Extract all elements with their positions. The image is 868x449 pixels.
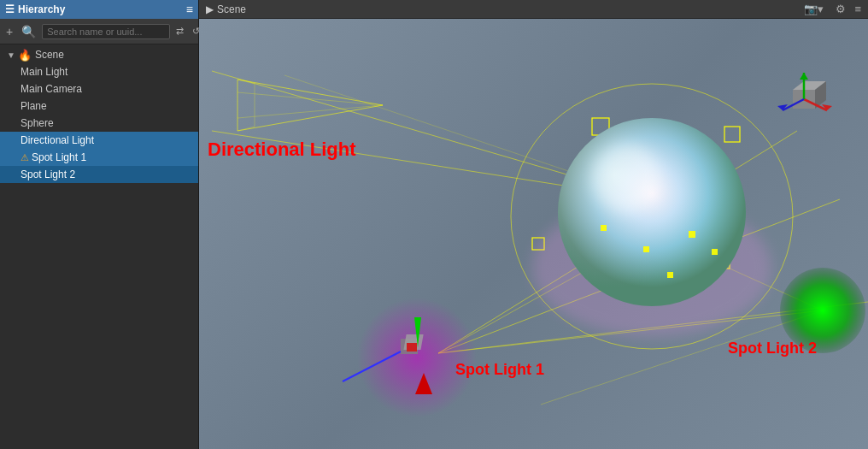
- directional-light-label: Directional Light: [208, 139, 356, 161]
- tree-item-main-camera[interactable]: Main Camera: [0, 80, 198, 97]
- search-icon-btn[interactable]: 🔍: [19, 24, 38, 39]
- svg-line-6: [238, 80, 255, 84]
- hierarchy-toolbar: + 🔍 ⇄ ↺: [0, 19, 198, 44]
- menu-icon: ≡: [854, 3, 861, 15]
- scene-viewport[interactable]: Directional Light Spot Light 1 Spot Ligh…: [199, 19, 868, 449]
- scene-title: ▶ Scene: [206, 3, 246, 15]
- svg-line-1: [238, 105, 383, 131]
- svg-point-31: [558, 118, 746, 306]
- svg-rect-21: [724, 127, 740, 142]
- scene-gizmo: [774, 66, 834, 126]
- hierarchy-panel: ☰ Hierarchy ≡ + 🔍 ⇄ ↺ ▼ 🔥 Scene Main Lig…: [0, 0, 199, 449]
- tree-item-main-light[interactable]: Main Light: [0, 63, 198, 80]
- svg-line-7: [238, 127, 255, 131]
- svg-line-0: [238, 80, 383, 105]
- tree-item-plane[interactable]: Plane: [0, 97, 198, 115]
- tree-label-plane: Plane: [21, 100, 47, 112]
- spot-light-1-label: Spot Light 1: [455, 361, 544, 379]
- scene-header-controls: 📷▾ ⚙ ≡: [801, 1, 861, 17]
- tree-label-main-light: Main Light: [21, 66, 67, 78]
- add-btn[interactable]: +: [3, 24, 15, 39]
- scene-title-text: Scene: [217, 3, 246, 15]
- warning-icon: ⚠: [21, 152, 29, 163]
- tree-item-spot-light-1[interactable]: ⚠ Spot Light 1: [0, 149, 198, 166]
- hierarchy-icon: ☰: [5, 3, 15, 15]
- camera-select-btn[interactable]: 📷▾: [801, 1, 827, 17]
- svg-marker-52: [800, 73, 808, 80]
- hierarchy-title-text: Hierarchy: [18, 3, 65, 15]
- scene-svg: [199, 19, 868, 449]
- flip-btn[interactable]: ⇄: [173, 25, 186, 38]
- svg-rect-42: [643, 246, 649, 252]
- spot-light-2-label: Spot Light 2: [728, 340, 817, 357]
- main-layout: ☰ Hierarchy ≡ + 🔍 ⇄ ↺ ▼ 🔥 Scene Main Lig…: [0, 0, 868, 449]
- tree-item-spot-light-2[interactable]: Spot Light 2: [0, 166, 198, 183]
- svg-rect-44: [712, 249, 718, 255]
- tree-label-scene: Scene: [35, 49, 64, 61]
- hierarchy-title: ☰ Hierarchy: [5, 3, 65, 15]
- hierarchy-tree: ▼ 🔥 Scene Main Light Main Camera Plane S…: [0, 44, 198, 449]
- tree-label-spot-light-2: Spot Light 2: [21, 168, 75, 180]
- svg-rect-45: [667, 272, 673, 278]
- svg-rect-36: [407, 343, 417, 352]
- tree-item-scene[interactable]: ▼ 🔥 Scene: [0, 46, 198, 63]
- scene-panel: ▶ Scene 📷▾ ⚙ ≡: [199, 0, 868, 449]
- scene-header: ▶ Scene 📷▾ ⚙ ≡: [199, 0, 868, 19]
- tree-label-main-camera: Main Camera: [21, 83, 82, 95]
- tree-item-sphere[interactable]: Sphere: [0, 115, 198, 132]
- gizmo-svg: [774, 66, 834, 126]
- tree-label-sphere: Sphere: [21, 117, 54, 129]
- hierarchy-header: ☰ Hierarchy ≡: [0, 0, 198, 19]
- svg-point-32: [592, 144, 660, 212]
- search-input[interactable]: [42, 24, 170, 39]
- svg-rect-43: [601, 225, 607, 231]
- arrow-icon: ▼: [7, 50, 15, 60]
- svg-line-2: [238, 92, 383, 105]
- svg-rect-41: [689, 231, 695, 238]
- settings-btn[interactable]: ⚙: [832, 1, 849, 17]
- scene-icon: ▶: [206, 3, 214, 15]
- tree-label-spot-light-1: Spot Light 1: [32, 151, 86, 163]
- hierarchy-menu-btn[interactable]: ≡: [186, 3, 193, 16]
- svg-point-33: [357, 298, 477, 417]
- scene-icon: 🔥: [18, 49, 32, 62]
- svg-line-3: [238, 105, 383, 118]
- tree-label-directional-light: Directional Light: [21, 134, 94, 146]
- tree-item-directional-light[interactable]: Directional Light: [0, 132, 198, 149]
